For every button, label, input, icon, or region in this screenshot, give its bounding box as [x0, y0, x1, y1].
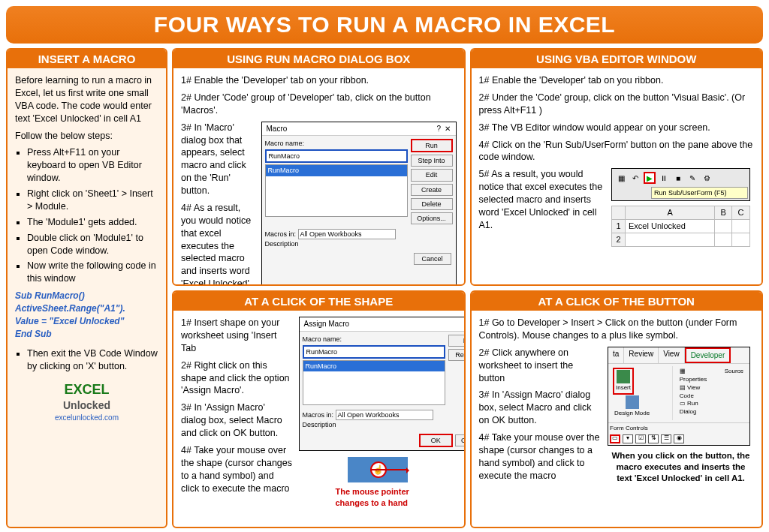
code-line: Sub RunMacro()	[15, 290, 158, 302]
col-header: B	[715, 206, 732, 220]
vba-toolbar: ▦ ↶ ▶ ⏸ ■ ✎ ⚙ Run Sub/UserForm (F5)	[611, 168, 750, 201]
design-mode-button[interactable]: Design Mode	[613, 395, 651, 419]
toolbar-icon[interactable]: ✎	[686, 172, 698, 184]
ribbon-tab[interactable]: Review	[624, 347, 659, 364]
arrow-icon	[370, 469, 408, 470]
logo-line2: Unlocked	[15, 398, 158, 413]
edit-button[interactable]: Edit	[448, 335, 464, 347]
toolbar-icon[interactable]: ⚙	[701, 172, 713, 184]
row-header: 2	[612, 233, 626, 247]
run-dialog-item[interactable]: ▭ Run Dialog	[678, 400, 716, 416]
description-label: Description	[265, 239, 453, 248]
button-result-note: When you click on the button, the macro …	[608, 450, 754, 484]
step-item: Double click on 'Module1' to open Code w…	[27, 232, 158, 257]
step-item: Now write the following code in this win…	[27, 260, 158, 285]
row-header: 1	[612, 220, 626, 233]
form-controls-label: Form Controls	[610, 425, 748, 433]
toolbar-icon[interactable]: ■	[672, 172, 684, 184]
insert-label: Insert	[616, 384, 631, 392]
options-button[interactable]: Options...	[411, 212, 453, 224]
design-icon	[626, 395, 639, 409]
radio-control-icon[interactable]: ◉	[674, 434, 684, 443]
macros-in-select[interactable]: All Open Workbooks	[298, 229, 396, 239]
dialog-controls[interactable]: ? ✕	[436, 124, 451, 134]
macro-name-input[interactable]: RunMacro	[303, 345, 445, 359]
ribbon-tab[interactable]: ta	[608, 347, 624, 364]
macro-list-item[interactable]: RunMacro	[303, 361, 445, 371]
logo-url: excelunlocked.com	[15, 413, 158, 423]
cell-a1: Excel Unlocked	[626, 220, 715, 233]
cancel-button[interactable]: Cancel	[455, 434, 464, 446]
spinner-control-icon[interactable]: ⇅	[648, 434, 659, 443]
step-item: Press Alt+F11 on your keyboard to open V…	[27, 146, 158, 185]
panel-insert-macro: INSERT A MACRO Before learning to run a …	[6, 48, 167, 528]
button-s1: 1# Go to Developer > Insert > Click on t…	[479, 317, 755, 342]
toolbar-icon[interactable]: ▦	[615, 172, 627, 184]
step-item: Right click on 'Sheet1' > Insert > Modul…	[27, 188, 158, 213]
insert-button[interactable]: Insert	[613, 368, 634, 395]
source-item[interactable]: Source	[723, 368, 745, 376]
col-header: C	[732, 206, 750, 220]
dialog-title: Macro	[267, 124, 288, 134]
macro-list[interactable]: RunMacro	[303, 360, 445, 405]
run-s1: 1# Enable the 'Developer' tab on your ri…	[181, 74, 457, 87]
col-header: A	[626, 206, 715, 220]
toolbar-icon[interactable]: ↶	[629, 172, 641, 184]
shape-s1: 1# Insert shape on your worksheet using …	[181, 317, 293, 355]
vba-s3: 3# The VB Editor window would appear on …	[479, 122, 755, 134]
logo-line1: EXCEL	[64, 382, 109, 397]
cancel-button[interactable]: Cancel	[414, 253, 451, 265]
edit-button[interactable]: Edit	[411, 169, 453, 181]
panel-header-vba: USING VBA EDITOR WINDOW	[472, 50, 762, 68]
button-s4: 4# Take your mouse over the shape (curso…	[479, 431, 602, 482]
follow-text: Follow the below steps:	[15, 130, 158, 143]
macros-in-select[interactable]: All Open Workbooks	[336, 410, 433, 420]
design-label: Design Mode	[614, 410, 650, 418]
vba-s5: 5# As a result, you would notice that ex…	[479, 168, 606, 231]
view-code-item[interactable]: ▤ View Code	[678, 384, 716, 401]
ribbon-tab-developer[interactable]: Developer	[685, 347, 731, 364]
step-item: The 'Module1' gets added.	[27, 216, 158, 229]
run-sub-icon[interactable]: ▶	[644, 172, 656, 184]
panel-header-insert: INSERT A MACRO	[8, 50, 166, 68]
button-control-icon[interactable]: ▭	[610, 434, 620, 443]
macro-list-item[interactable]: RunMacro	[266, 165, 407, 176]
macro-list[interactable]: RunMacro	[265, 164, 408, 217]
macro-name-input[interactable]: RunMacro	[265, 149, 408, 163]
shape-s2: 2# Right click on this shape and click t…	[181, 359, 293, 398]
macro-dialog: Macro ? ✕ Macro name: RunMacro RunMacro	[261, 122, 457, 284]
code-line: End Sub	[15, 328, 158, 341]
run-button[interactable]: Run	[411, 139, 453, 152]
shape-s3: 3# In 'Assign Macro' dialog box, select …	[181, 401, 293, 440]
panel-run-dialog: USING RUN MACRO DIALOG BOX 1# Enable the…	[172, 48, 466, 286]
run-s3: 3# In 'Macro' dialog box that appears, s…	[181, 122, 255, 197]
step-into-button[interactable]: Step Into	[411, 155, 453, 167]
panel-shape: AT A CLICK OF THE SHAPE 1# Insert shape …	[172, 290, 466, 528]
panel-body-run: 1# Enable the 'Developer' tab on your ri…	[173, 68, 464, 284]
vba-s1: 1# Enable the 'Developer' tab on you rib…	[479, 74, 755, 87]
panel-body-button: 1# Go to Developer > Insert > Click on t…	[472, 311, 762, 527]
content-grid: INSERT A MACRO Before learning to run a …	[6, 48, 763, 528]
panel-body-vba: 1# Enable the 'Developer' tab on you rib…	[472, 68, 762, 284]
run-s4: 4# As a result, you would notice that ex…	[181, 202, 255, 284]
ribbon-tab[interactable]: View	[659, 347, 685, 364]
corner-cell	[612, 206, 626, 220]
button-s2: 2# Click anywhere on worksheet to insert…	[479, 347, 602, 385]
create-button[interactable]: Create	[411, 184, 453, 196]
description-label: Description	[303, 420, 464, 429]
record-button[interactable]: Record...	[448, 349, 464, 361]
run-tooltip: Run Sub/UserForm (F5)	[651, 187, 748, 199]
combo-control-icon[interactable]: ▾	[623, 434, 633, 443]
intro-text: Before learning to run a macro in Excel,…	[15, 74, 158, 125]
ok-button[interactable]: OK	[419, 434, 453, 447]
checkbox-control-icon[interactable]: ☑	[635, 434, 646, 443]
steps-list: Press Alt+F11 on your keyboard to open V…	[15, 146, 158, 285]
pointer-note: The mouse pointer changes to a hand	[336, 486, 426, 509]
properties-item[interactable]: ▦ Properties	[678, 368, 716, 384]
delete-button[interactable]: Delete	[411, 198, 453, 210]
macro-name-label: Macro name:	[303, 335, 445, 344]
toolbar-icon[interactable]: ⏸	[658, 172, 670, 184]
vba-s4: 4# Click on the 'Run Sub/UserForm' butto…	[479, 139, 755, 164]
run-s2: 2# Under 'Code' group of 'Developer' tab…	[181, 92, 457, 117]
list-control-icon[interactable]: ☰	[661, 434, 671, 443]
